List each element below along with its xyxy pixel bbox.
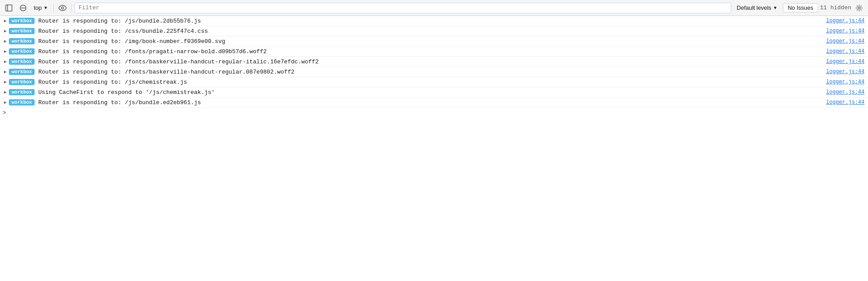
log-message: Router is responding to: /fonts/baskervi… — [38, 59, 826, 65]
expand-arrow[interactable]: ▶ — [2, 78, 9, 86]
source-link[interactable]: logger.js:44 — [826, 38, 864, 44]
no-entry-icon — [20, 4, 27, 12]
workbox-badge: workbox — [9, 48, 35, 55]
table-row: ▶ workbox Router is responding to: /font… — [0, 67, 868, 77]
table-row: ▶ workbox Router is responding to: /font… — [0, 57, 868, 67]
log-message: Using CacheFirst to respond to '/js/chem… — [38, 89, 826, 96]
log-message: Router is responding to: /fonts/baskervi… — [38, 69, 826, 75]
eye-icon — [59, 5, 67, 11]
workbox-badge: workbox — [9, 89, 35, 95]
filter-input[interactable] — [75, 3, 731, 13]
table-row: ▶ workbox Router is responding to: /font… — [0, 47, 868, 57]
settings-button[interactable] — [853, 3, 865, 13]
toolbar-divider-1 — [53, 4, 54, 12]
prompt-arrow[interactable]: > — [3, 109, 6, 116]
log-message: Router is responding to: /js/bundle.2db5… — [38, 18, 826, 24]
workbox-badge: workbox — [9, 18, 35, 24]
devtools-toolbar: top ▼ Default levels ▼ No Issues 11 hidd… — [0, 0, 868, 16]
levels-label: Default levels — [737, 4, 771, 11]
expand-arrow[interactable]: ▶ — [2, 17, 9, 24]
console-output: ▶ workbox Router is responding to: /js/b… — [0, 16, 868, 108]
toolbar-divider-2 — [71, 4, 72, 12]
source-link[interactable]: logger.js:44 — [826, 18, 864, 24]
hidden-count: 11 hidden — [820, 4, 851, 11]
expand-arrow[interactable]: ▶ — [2, 89, 9, 96]
table-row: ▶ workbox Router is responding to: /img/… — [0, 36, 868, 47]
no-issues-button[interactable]: No Issues — [783, 3, 818, 12]
table-row: ▶ workbox Router is responding to: /js/c… — [0, 77, 868, 87]
expand-arrow[interactable]: ▶ — [2, 48, 9, 55]
source-link[interactable]: logger.js:44 — [826, 89, 864, 95]
panel-toggle-icon — [5, 4, 12, 12]
no-issues-label: No Issues — [788, 4, 813, 11]
table-row: ▶ workbox Router is responding to: /js/b… — [0, 16, 868, 26]
expand-arrow[interactable]: ▶ — [2, 68, 9, 75]
source-link[interactable]: logger.js:44 — [826, 69, 864, 75]
source-link[interactable]: logger.js:44 — [826, 59, 864, 65]
log-message: Router is responding to: /fonts/pragati-… — [38, 48, 826, 55]
log-message: Router is responding to: /js/chemistreak… — [38, 79, 826, 86]
log-message: Router is responding to: /css/bundle.225… — [38, 28, 826, 35]
clear-console-button[interactable] — [17, 3, 29, 13]
workbox-badge: workbox — [9, 69, 35, 75]
dropdown-arrow: ▼ — [43, 5, 48, 10]
gear-icon — [856, 4, 863, 12]
source-link[interactable]: logger.js:44 — [826, 28, 864, 34]
source-link[interactable]: logger.js:44 — [826, 99, 864, 105]
workbox-badge: workbox — [9, 99, 35, 105]
expand-arrow[interactable]: ▶ — [2, 99, 9, 106]
svg-point-5 — [858, 7, 860, 9]
table-row: ▶ workbox Router is responding to: /css/… — [0, 26, 868, 36]
table-row: ▶ workbox Router is responding to: /js/b… — [0, 98, 868, 108]
workbox-badge: workbox — [9, 38, 35, 44]
workbox-badge: workbox — [9, 59, 35, 65]
log-message: Router is responding to: /img/book-numbe… — [38, 38, 826, 45]
table-row: ▶ workbox Using CacheFirst to respond to… — [0, 87, 868, 98]
console-prompt-row[interactable]: > — [0, 108, 868, 118]
svg-rect-0 — [6, 5, 12, 11]
expand-arrow[interactable]: ▶ — [2, 27, 9, 35]
levels-arrow: ▼ — [773, 5, 777, 10]
context-selector[interactable]: top ▼ — [31, 4, 51, 12]
source-link[interactable]: logger.js:44 — [826, 48, 864, 55]
svg-point-4 — [61, 7, 63, 9]
expand-arrow[interactable]: ▶ — [2, 58, 9, 65]
live-expressions-button[interactable] — [56, 3, 69, 13]
source-link[interactable]: logger.js:44 — [826, 79, 864, 85]
expand-arrow[interactable]: ▶ — [2, 38, 9, 45]
workbox-badge: workbox — [9, 28, 35, 34]
context-label: top — [34, 4, 42, 11]
log-levels-button[interactable]: Default levels ▼ — [733, 4, 781, 12]
log-message: Router is responding to: /js/bundle.ed2e… — [38, 99, 826, 106]
panel-toggle-button[interactable] — [3, 3, 15, 13]
workbox-badge: workbox — [9, 79, 35, 85]
